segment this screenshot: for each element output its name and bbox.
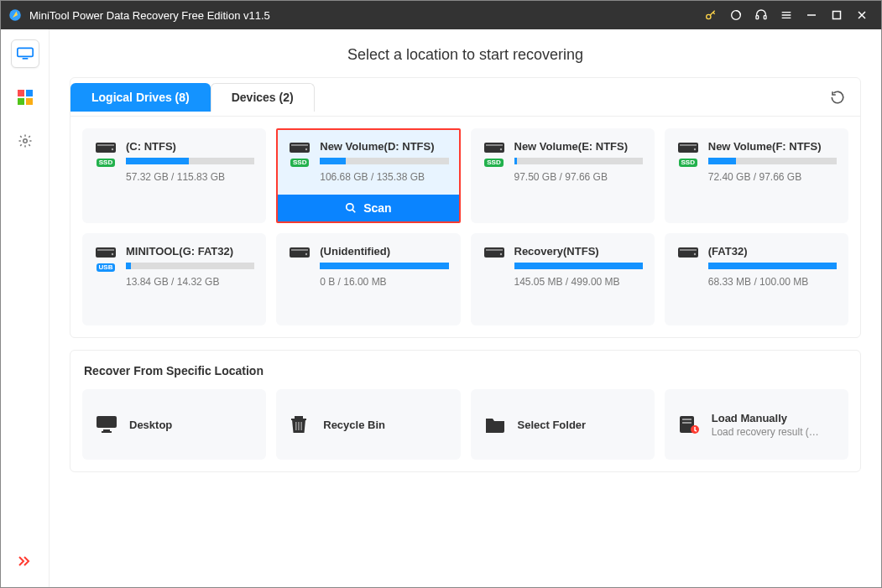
svg-rect-36 [680,249,697,251]
location-card[interactable]: Recycle Bin [276,389,460,460]
drive-badge: SSD [484,159,503,167]
refresh-button[interactable] [827,86,848,108]
drive-usage-bar [320,263,448,269]
svg-point-28 [112,253,113,255]
page-title: Select a location to start recovering [70,46,861,64]
svg-point-15 [112,148,113,150]
drive-badge: SSD [290,159,309,167]
drive-usage-bar [320,158,448,164]
svg-point-37 [694,253,696,255]
location-label: Load Manually [712,412,821,424]
drive-size: 106.68 GB / 135.38 GB [320,171,448,183]
drive-name: New Volume(F: NTFS) [708,140,837,153]
location-card[interactable]: Select Folder [471,389,655,460]
drive-name: New Volume(E: NTFS) [514,140,643,153]
location-card[interactable]: Load Manually Load recovery result (*... [665,389,848,460]
svg-rect-14 [97,144,114,146]
drive-icon [483,245,506,262]
svg-rect-21 [486,144,503,146]
svg-rect-13 [96,143,116,153]
location-label: Select Folder [518,419,587,431]
titlebar: MiniTool Power Data Recovery Free Editio… [1,1,881,29]
svg-point-18 [305,148,307,150]
drive-icon: SSD [288,140,311,167]
svg-rect-7 [22,58,28,60]
drive-icon: SSD [676,140,700,167]
svg-rect-43 [295,422,297,430]
drive-size: 72.40 GB / 97.66 GB [708,171,837,183]
svg-rect-6 [17,48,32,56]
sidebar-expand-button[interactable] [11,547,39,575]
drive-name: Recovery(NTFS) [514,245,643,258]
svg-point-22 [499,148,501,150]
drive-name: (Unidentified) [320,245,448,258]
drive-icon: USB [94,245,117,272]
drive-name: (C: NTFS) [126,140,254,153]
tab-devices[interactable]: Devices (2) [211,83,315,112]
folder-icon [484,415,506,434]
drive-icon: SSD [483,140,506,167]
svg-rect-3 [756,16,759,19]
sidebar-item-dashboard[interactable] [11,83,39,112]
svg-rect-45 [301,422,303,430]
load-icon [678,414,700,434]
trash-icon [290,414,311,434]
svg-point-34 [499,253,501,255]
location-card[interactable]: Desktop [82,389,266,460]
location-sublabel: Load recovery result (*... [712,426,821,438]
svg-point-25 [694,148,696,150]
drive-card[interactable]: (FAT32) 68.33 MB / 100.00 MB [665,233,848,325]
window-title: MiniTool Power Data Recovery Free Editio… [29,9,698,22]
drive-card[interactable]: SSD New Volume(D: NTFS) 106.68 GB / 135.… [276,128,460,223]
drive-size: 145.05 MB / 499.00 MB [514,276,643,288]
svg-rect-4 [764,16,766,19]
maximize-button[interactable] [824,3,849,28]
drive-size: 0 B / 16.00 MB [320,276,448,288]
support-icon[interactable] [749,3,774,28]
svg-rect-10 [18,98,24,105]
drive-card[interactable]: USB MINITOOL(G: FAT32) 13.84 GB / 14.32 … [82,233,266,325]
minimize-button[interactable] [799,3,824,28]
drive-card[interactable]: SSD New Volume(F: NTFS) 72.40 GB / 97.66… [665,128,848,223]
svg-point-19 [347,204,353,211]
scan-button-label: Scan [363,201,391,215]
svg-point-12 [23,139,27,143]
menu-icon[interactable] [774,3,799,28]
drive-card[interactable]: Recovery(NTFS) 145.05 MB / 499.00 MB [471,233,655,325]
svg-rect-35 [678,247,698,258]
svg-rect-40 [102,431,112,433]
drive-usage-bar [708,158,837,164]
drive-badge: SSD [679,159,697,167]
sidebar-item-recovery[interactable] [11,39,39,68]
locations-grid: Desktop Recycle Bin Select Folder Load M… [82,389,848,460]
drive-card[interactable]: SSD New Volume(E: NTFS) 97.50 GB / 97.66… [471,128,655,223]
svg-rect-20 [484,143,504,153]
location-label: Recycle Bin [323,419,385,431]
close-button[interactable] [849,3,874,28]
svg-rect-8 [18,90,24,96]
svg-rect-44 [298,422,300,430]
locations-panel: Recover From Specific Location Desktop R… [70,350,861,472]
drive-usage-bar [126,263,254,269]
drive-name: (FAT32) [708,245,837,258]
drive-size: 13.84 GB / 14.32 GB [126,276,254,288]
drive-icon [676,245,700,262]
sidebar-item-settings[interactable] [11,127,39,155]
svg-rect-29 [290,247,310,258]
svg-rect-32 [484,247,504,258]
svg-rect-42 [291,419,306,420]
drive-card[interactable]: SSD (C: NTFS) 57.32 GB / 115.83 GB [82,128,266,223]
drive-size: 57.32 GB / 115.83 GB [126,171,254,183]
scan-button[interactable]: Scan [278,195,458,221]
drive-card[interactable]: (Unidentified) 0 B / 16.00 MB [276,233,460,325]
svg-rect-11 [26,98,33,105]
svg-rect-27 [97,249,114,251]
drive-name: MINITOOL(G: FAT32) [126,245,254,258]
svg-rect-39 [103,429,110,431]
update-icon[interactable] [723,3,749,28]
drives-panel: Logical Drives (8) Devices (2) SSD (C: N… [70,77,861,338]
svg-rect-41 [295,416,303,419]
upgrade-key-icon[interactable] [698,3,723,28]
tab-logical-drives[interactable]: Logical Drives (8) [70,83,211,112]
svg-rect-33 [486,249,503,251]
